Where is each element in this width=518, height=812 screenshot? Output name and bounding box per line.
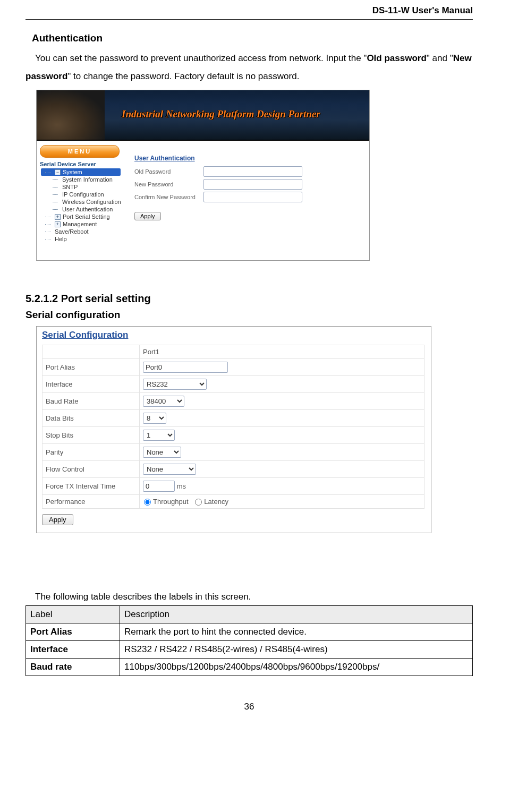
label-baud-rate: Baud Rate — [43, 393, 140, 410]
param-label: Port Alias — [26, 623, 120, 641]
tree-node-port-serial-setting[interactable]: +Port Serial Setting — [41, 213, 121, 220]
col-header-description: Description — [120, 606, 473, 623]
tree-label: Port Serial Setting — [63, 213, 110, 220]
row-parity: Parity None — [43, 444, 424, 461]
select-data-bits[interactable]: 8 — [143, 413, 166, 424]
screenshot-serial-config: Serial Configuration Port1 Port Alias In… — [36, 326, 431, 533]
row-port-alias: Port Alias — [43, 359, 424, 376]
select-interface[interactable]: RS232 — [143, 379, 207, 390]
banner: Industrial Networking Platform Design Pa… — [37, 90, 369, 141]
radio-latency-label[interactable]: Latency — [194, 498, 228, 506]
text-segment: " and " — [427, 53, 453, 63]
banner-image — [37, 90, 105, 140]
apply-button[interactable]: Apply — [42, 514, 73, 525]
param-row: Interface RS232 / RS422 / RS485(2-wires)… — [26, 641, 473, 659]
header-rule — [26, 19, 473, 20]
input-confirm-password[interactable] — [203, 192, 302, 202]
tree-label: Management — [63, 221, 97, 227]
radio-throughput[interactable] — [144, 499, 151, 506]
label-force-tx: Force TX Interval Time — [43, 478, 140, 495]
param-desc: Remark the port to hint the connected de… — [120, 623, 473, 641]
banner-title: Industrial Networking Platform Design Pa… — [122, 108, 320, 120]
tree-root: Serial Device Server — [40, 161, 121, 167]
section-title-serial-config: Serial Configuration — [37, 327, 431, 344]
row-new-password: New Password — [134, 179, 363, 190]
input-port-alias[interactable] — [143, 362, 228, 373]
content-pane: User Authentication Old Password New Pas… — [123, 141, 369, 260]
screenshot-user-auth: Industrial Networking Platform Design Pa… — [36, 90, 370, 261]
label-confirm-password: Confirm New Password — [134, 194, 203, 200]
label-new-password: New Password — [134, 181, 203, 187]
row-stop-bits: Stop Bits 1 — [43, 427, 424, 444]
row-old-password: Old Password — [134, 166, 363, 177]
text-bold-old-password: Old password — [367, 53, 426, 63]
unit-ms: ms — [177, 482, 186, 490]
radio-latency-text: Latency — [204, 498, 228, 506]
text-segment: You can set the password to prevent unau… — [35, 53, 367, 63]
tree-node-user-authentication[interactable]: User Authentication — [48, 206, 121, 213]
sidebar: MENU Serial Device Server −System System… — [37, 141, 123, 260]
label-old-password: Old Password — [134, 168, 203, 175]
tree-node-system[interactable]: −System — [41, 168, 121, 176]
row-flow-control: Flow Control None — [43, 461, 424, 478]
row-performance: Performance Throughput Latency — [43, 495, 424, 509]
param-row: Baud rate 110bps/300bps/1200bps/2400bps/… — [26, 659, 473, 676]
label-parity: Parity — [43, 444, 140, 461]
page-number: 36 — [26, 702, 473, 712]
select-baud-rate[interactable]: 38400 — [143, 396, 184, 407]
col-header-label: Label — [26, 606, 120, 623]
heading-port-serial-setting: 5.2.1.2 Port serial setting — [26, 293, 473, 305]
param-desc: 110bps/300bps/1200bps/2400bps/4800bps/96… — [120, 659, 473, 676]
tree-node-help[interactable]: Help — [41, 235, 121, 243]
text-segment: " to change the password. Factory defaul… — [67, 71, 299, 81]
auth-paragraph: You can set the password to prevent unau… — [26, 49, 473, 86]
radio-throughput-text: Throughput — [153, 498, 189, 506]
row-baud-rate: Baud Rate 38400 — [43, 393, 424, 410]
expand-icon[interactable]: + — [55, 214, 61, 220]
tree-node-wireless-configuration[interactable]: Wireless Configuration — [48, 198, 121, 206]
select-stop-bits[interactable]: 1 — [143, 430, 175, 441]
heading-serial-configuration: Serial configuration — [26, 309, 473, 321]
label-stop-bits: Stop Bits — [43, 427, 140, 444]
tree-label: System — [63, 169, 82, 175]
input-force-tx[interactable] — [143, 481, 175, 492]
nav-tree: Serial Device Server −System System Info… — [37, 159, 123, 243]
label-port-alias: Port Alias — [43, 359, 140, 376]
radio-throughput-label[interactable]: Throughput — [143, 498, 189, 506]
expand-icon[interactable]: + — [55, 221, 61, 227]
serial-config-table: Port1 Port Alias Interface RS232 Baud Ra… — [42, 345, 424, 509]
heading-authentication: Authentication — [32, 32, 473, 44]
tree-node-ip-configuration[interactable]: IP Configuration — [48, 191, 121, 198]
row-port-header: Port1 — [43, 345, 424, 359]
param-desc: RS232 / RS422 / RS485(2-wires) / RS485(4… — [120, 641, 473, 659]
row-interface: Interface RS232 — [43, 376, 424, 393]
select-flow-control[interactable]: None — [143, 464, 196, 475]
select-parity[interactable]: None — [143, 447, 181, 458]
radio-latency[interactable] — [195, 499, 202, 506]
input-old-password[interactable] — [203, 166, 302, 177]
label-interface: Interface — [43, 376, 140, 393]
apply-button[interactable]: Apply — [134, 212, 161, 220]
collapse-icon[interactable]: − — [55, 169, 61, 175]
row-force-tx: Force TX Interval Time ms — [43, 478, 424, 495]
tree-node-management[interactable]: +Management — [41, 220, 121, 228]
param-label: Interface — [26, 641, 120, 659]
parameter-table: Label Description Port Alias Remark the … — [26, 605, 473, 676]
label-performance: Performance — [43, 495, 140, 509]
input-new-password[interactable] — [203, 179, 302, 190]
label-data-bits: Data Bits — [43, 410, 140, 427]
tree-node-save-reboot[interactable]: Save/Reboot — [41, 228, 121, 235]
section-title-user-auth: User Authentication — [134, 155, 363, 162]
tree-node-system-information[interactable]: System Information — [48, 176, 121, 183]
row-confirm-password: Confirm New Password — [134, 192, 363, 202]
label-flow-control: Flow Control — [43, 461, 140, 478]
port-column-header: Port1 — [140, 345, 424, 359]
param-label: Baud rate — [26, 659, 120, 676]
running-head: DS-11-W User's Manual — [26, 5, 473, 16]
table-intro: The following table describes the labels… — [26, 592, 473, 602]
param-row: Port Alias Remark the port to hint the c… — [26, 623, 473, 641]
row-data-bits: Data Bits 8 — [43, 410, 424, 427]
tree-node-sntp[interactable]: SNTP — [48, 183, 121, 191]
menu-header: MENU — [40, 145, 120, 158]
